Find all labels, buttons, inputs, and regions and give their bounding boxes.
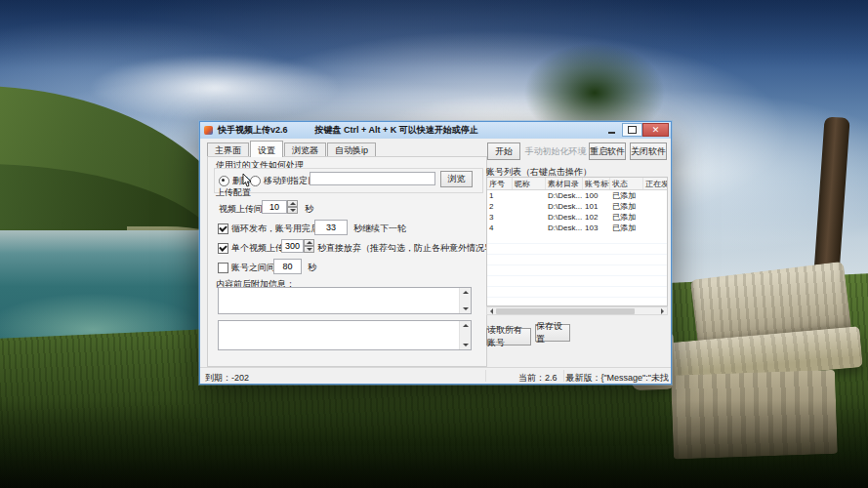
expiry-status: 到期：-202	[205, 372, 249, 385]
tab-browser[interactable]: 浏览器	[284, 142, 326, 157]
minimize-icon	[608, 132, 615, 134]
account-table-header: 序号 昵称 素材目录 账号标记 状态 正在发布	[487, 178, 667, 190]
close-app-button[interactable]: 关闭软件	[630, 142, 667, 160]
loop-suffix: 秒继续下一轮	[353, 223, 406, 235]
gap-unit: 秒	[308, 262, 316, 274]
gap-input[interactable]	[273, 259, 302, 274]
window-controls: ✕	[601, 123, 669, 137]
col-no: 序号	[487, 178, 513, 189]
table-row[interactable]: 1 D:\Desk... 100 已添加	[487, 190, 667, 201]
table-row[interactable]: 3 D:\Desk... 102 已添加	[487, 212, 667, 223]
col-status: 状态	[610, 178, 643, 189]
tab-strip: 主界面 设置 浏览器 自动换ip	[207, 142, 377, 157]
spinner-up-icon[interactable]	[304, 239, 314, 246]
tab-main[interactable]: 主界面	[207, 142, 249, 157]
read-accounts-label: 读取所有账号	[487, 324, 530, 349]
scroll-down-icon[interactable]	[460, 341, 471, 349]
save-settings-label: 保存设置	[536, 320, 569, 346]
tab-label: 浏览器	[292, 145, 318, 155]
read-accounts-button[interactable]: 读取所有账号	[486, 328, 531, 346]
table-empty-area	[487, 233, 667, 306]
tab-label: 设置	[258, 145, 275, 155]
interval-unit: 秒	[305, 203, 313, 216]
checkbox-icon	[218, 263, 228, 273]
scrollbar-thumb[interactable]	[496, 308, 635, 314]
browse-label: 浏览	[448, 173, 466, 185]
close-button[interactable]: ✕	[642, 123, 669, 137]
app-window: 快手视频上传v2.6 按键盘 Ctrl + Alt + K 可以快速开始或停止 …	[199, 121, 672, 385]
textarea-scrollbar[interactable]	[459, 288, 471, 313]
status-bar: 到期：-202 当前：2.6 最新版：{"Message":"未找	[200, 367, 671, 384]
browse-button[interactable]: 浏览	[440, 171, 473, 187]
checkbox-icon	[218, 224, 228, 234]
timeout-input[interactable]	[281, 239, 304, 253]
spinner-down-icon[interactable]	[304, 246, 314, 253]
manual-init-button[interactable]: 手动初始化环境	[524, 142, 587, 160]
scroll-left-icon[interactable]	[487, 307, 496, 315]
titlebar[interactable]: 快手视频上传v2.6 按键盘 Ctrl + Alt + K 可以快速开始或停止 …	[200, 122, 671, 139]
radio-icon	[219, 176, 229, 186]
restart-button[interactable]: 重启软件	[589, 142, 626, 160]
tab-settings[interactable]: 设置	[250, 141, 283, 157]
cloud	[88, 54, 342, 122]
save-settings-button[interactable]: 保存设置	[535, 324, 570, 342]
file-group-box: 删除 移动到指定目录 浏览	[214, 168, 483, 193]
tab-label: 自动换ip	[335, 145, 368, 155]
timeout-spinner[interactable]	[304, 239, 314, 253]
checkbox-icon	[218, 243, 228, 254]
table-row[interactable]: 4 D:\Desk... 103 已添加	[487, 223, 667, 233]
scroll-up-icon[interactable]	[460, 321, 471, 330]
hotkey-hint: 按键盘 Ctrl + Alt + K 可以快速开始或停止	[315, 124, 478, 137]
spinner-up-icon[interactable]	[287, 200, 298, 207]
scroll-right-icon[interactable]	[658, 307, 667, 315]
scroll-up-icon[interactable]	[460, 288, 471, 297]
table-horizontal-scrollbar[interactable]	[486, 306, 668, 315]
app-icon	[204, 126, 213, 135]
manual-init-label: 手动初始化环境	[525, 145, 587, 158]
tab-auto-ip[interactable]: 自动换ip	[327, 142, 376, 157]
move-path-input[interactable]	[310, 172, 435, 185]
start-button[interactable]: 开始	[487, 142, 520, 160]
maximize-button[interactable]	[622, 123, 642, 137]
loop-wait-input[interactable]	[314, 220, 348, 235]
restart-label: 重启软件	[590, 145, 625, 158]
settings-tab-page: 使用过的文件如何处理 删除 移动到指定目录 浏览 上传配置 视频上传间隔	[207, 156, 487, 367]
textarea-scrollbar[interactable]	[459, 321, 471, 349]
account-table: 序号 昵称 素材目录 账号标记 状态 正在发布 1 D:\Desk... 100…	[486, 177, 668, 306]
append-top-textarea[interactable]	[218, 287, 472, 314]
close-app-label: 关闭软件	[631, 145, 666, 158]
interval-spinner[interactable]	[287, 200, 298, 214]
window-title: 快手视频上传v2.6	[218, 124, 288, 137]
bench-base	[671, 370, 838, 460]
start-label: 开始	[495, 145, 513, 158]
col-publishing: 正在发布	[643, 178, 668, 189]
version-status: 当前：2.6 最新版：{"Message":"未找	[474, 372, 669, 385]
col-nickname: 昵称	[513, 178, 546, 189]
close-icon: ✕	[652, 125, 660, 135]
maximize-icon	[628, 126, 637, 134]
append-bottom-textarea[interactable]	[218, 320, 472, 350]
col-mark: 账号标记	[583, 178, 610, 189]
minimize-button[interactable]	[601, 123, 622, 137]
upload-group-title: 上传配置	[216, 186, 251, 199]
interval-input[interactable]	[262, 200, 287, 214]
mouse-cursor-icon	[242, 174, 252, 187]
col-dir: 素材目录	[546, 178, 583, 189]
scroll-down-icon[interactable]	[460, 305, 471, 313]
spinner-down-icon[interactable]	[287, 207, 298, 214]
table-row[interactable]: 2 D:\Desk... 101 已添加	[487, 201, 667, 212]
tab-label: 主界面	[215, 145, 241, 155]
